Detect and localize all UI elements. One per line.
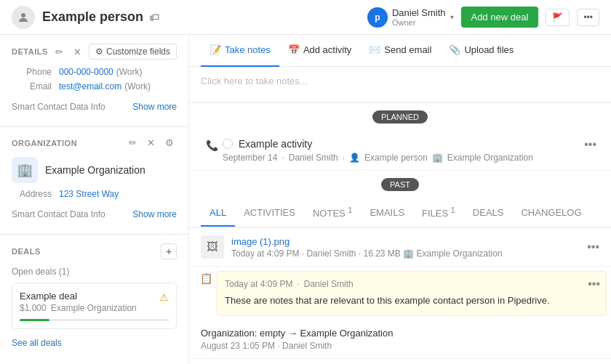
header-right: p Daniel Smith Owner ▾ Add new deal 🚩 ••… — [367, 7, 599, 28]
note-wrapper: 📋 Today at 4:09 PM · Daniel Smith These … — [189, 267, 611, 320]
user-name: Daniel Smith — [392, 7, 446, 18]
user-avatar: p — [367, 7, 388, 28]
planned-badge: PLANNED — [372, 110, 428, 124]
customize-fields-button[interactable]: ⚙ Customize fields — [89, 44, 177, 60]
phone-value[interactable]: 000-000-0000 — [59, 67, 113, 77]
deal-amount: $1,000 — [20, 303, 47, 313]
deal-card: Example deal ⚠ $1,000 Example Organizati… — [12, 283, 177, 329]
user-info: p Daniel Smith Owner ▾ — [367, 7, 454, 28]
see-all-deals-button[interactable]: See all deals — [12, 335, 62, 351]
customize-icon: ⚙ — [95, 46, 103, 57]
flag-button[interactable]: 🚩 — [546, 9, 570, 26]
more-options-button[interactable]: ••• — [577, 9, 599, 26]
tag-icon: 🏷 — [149, 12, 159, 23]
file-more-button[interactable]: ••• — [587, 240, 599, 254]
file-thumbnail: 🖼 — [201, 235, 224, 259]
add-activity-button[interactable]: 📅 Add activity — [279, 35, 360, 67]
address-value[interactable]: 123 Street Way — [59, 189, 119, 199]
details-close-button[interactable]: ✕ — [71, 45, 84, 59]
action-bar: 📝 Take notes 📅 Add activity ✉️ Send emai… — [189, 35, 611, 67]
open-deals-label: Open deals (1) — [12, 267, 177, 277]
deal-progress-bar — [20, 319, 169, 321]
add-new-deal-button[interactable]: Add new deal — [461, 7, 539, 28]
note-icon: 📋 — [195, 271, 217, 284]
file-info: image (1).png Today at 4:09 PM · Daniel … — [231, 236, 587, 259]
smart-label: Smart Contact Data Info — [12, 102, 105, 112]
org-gear-button[interactable]: ⚙ — [162, 136, 177, 150]
details-section: DETAILS ✏ ✕ ⚙ Customize fields Phone 000… — [0, 35, 188, 127]
email-value[interactable]: test@email.com — [59, 81, 121, 92]
activity-row: 📞 Example activity September 14 · Daniel… — [189, 131, 611, 171]
org-name[interactable]: Example Organization — [45, 164, 145, 176]
deal-org: Example Organization — [51, 303, 137, 313]
notes-area[interactable]: Click here to take notes... — [189, 67, 611, 103]
org-close-button[interactable]: ✕ — [144, 136, 158, 150]
activity-checkbox[interactable] — [223, 139, 233, 149]
file-org-icon: 🏢 — [403, 248, 414, 259]
phone-row: Phone 000-000-0000 (Work) — [12, 67, 177, 77]
tab-activities[interactable]: ACTIVITIES — [235, 200, 304, 227]
email-label: Email — [12, 81, 52, 92]
smart-org-label: Smart Contact Data Info — [12, 209, 105, 219]
deal-progress-fill — [20, 319, 49, 321]
past-badge: PAST — [381, 178, 419, 191]
take-notes-button[interactable]: 📝 Take notes — [201, 35, 279, 67]
activity-title: Example activity — [223, 138, 581, 150]
header: Example person 🏷 p Daniel Smith Owner ▾ … — [0, 0, 611, 35]
note-text: These are notes that are relevant to thi… — [225, 294, 599, 308]
show-more-org[interactable]: Show more — [132, 209, 177, 219]
tab-deals[interactable]: DEALS — [464, 200, 513, 227]
note-meta: Today at 4:09 PM · Daniel Smith — [225, 279, 599, 289]
changelog-item-2: Person created May 22 1:22 PM · Daniel S… — [189, 359, 611, 364]
take-notes-icon: 📝 — [209, 44, 221, 55]
add-deal-button[interactable]: + — [161, 243, 177, 259]
tab-emails[interactable]: EMAILS — [361, 200, 413, 227]
changelog-meta-1: August 23 1:05 PM · Daniel Smith — [201, 341, 599, 351]
tab-all[interactable]: ALL — [201, 200, 235, 227]
deals-header: DEALS + — [12, 243, 177, 259]
notes-placeholder: Click here to take notes... — [201, 76, 308, 86]
phone-type: (Work) — [116, 67, 143, 77]
org-actions: ✏ ✕ ⚙ — [126, 136, 177, 150]
planned-section: PLANNED — [189, 103, 611, 131]
activity-more-button[interactable]: ••• — [581, 138, 599, 151]
smart-contact-row: Smart Contact Data Info Show more — [12, 96, 177, 118]
warning-icon: ⚠ — [159, 291, 169, 303]
details-title: DETAILS — [12, 47, 52, 56]
upload-files-button[interactable]: 📎 Upload files — [440, 35, 522, 67]
org-icon: 🏢 — [12, 157, 38, 183]
note-item: Today at 4:09 PM · Daniel Smith These ar… — [217, 271, 607, 316]
org-section: ORGANIZATION ✏ ✕ ⚙ 🏢 Example Organizatio… — [0, 127, 188, 235]
note-more-button[interactable]: ••• — [588, 278, 600, 291]
phone-label: Phone — [12, 67, 52, 77]
changelog-item-1: Organization: empty → Example Organizati… — [189, 320, 611, 359]
person-icon-small: 👤 — [349, 153, 360, 163]
tab-notes[interactable]: NOTES 1 — [304, 198, 361, 227]
add-activity-icon: 📅 — [288, 44, 300, 55]
file-name[interactable]: image (1).png — [231, 236, 587, 247]
details-actions: ✏ ✕ ⚙ Customize fields — [52, 44, 177, 60]
email-row: Email test@email.com (Work) — [12, 81, 177, 92]
svg-point-0 — [21, 13, 25, 17]
deal-name[interactable]: Example deal — [20, 291, 77, 302]
upload-files-icon: 📎 — [449, 44, 460, 55]
address-label: Address — [12, 189, 52, 199]
address-row: Address 123 Street Way — [12, 189, 177, 199]
tab-changelog[interactable]: CHANGELOG — [512, 200, 590, 227]
show-more-details[interactable]: Show more — [132, 102, 177, 112]
file-item: 🖼 image (1).png Today at 4:09 PM · Danie… — [189, 228, 611, 267]
org-edit-button[interactable]: ✏ — [126, 136, 140, 150]
send-email-button[interactable]: ✉️ Send email — [360, 35, 440, 67]
changelog-title-1: Organization: empty → Example Organizati… — [201, 328, 599, 339]
smart-contact-org-row: Smart Contact Data Info Show more — [12, 203, 177, 225]
user-role: Owner — [392, 18, 446, 27]
avatar — [12, 6, 35, 29]
deals-title: DEALS — [12, 247, 161, 256]
tab-files[interactable]: FILES 1 — [413, 198, 464, 227]
details-header: DETAILS ✏ ✕ ⚙ Customize fields — [12, 44, 177, 60]
tabs-bar: ALL ACTIVITIES NOTES 1 EMAILS FILES 1 DE… — [189, 198, 611, 228]
details-edit-button[interactable]: ✏ — [52, 45, 66, 59]
email-type: (Work) — [124, 81, 151, 92]
activity-meta: September 14 · Daniel Smith · 👤 Example … — [223, 153, 581, 163]
user-dropdown-arrow[interactable]: ▾ — [450, 13, 454, 21]
